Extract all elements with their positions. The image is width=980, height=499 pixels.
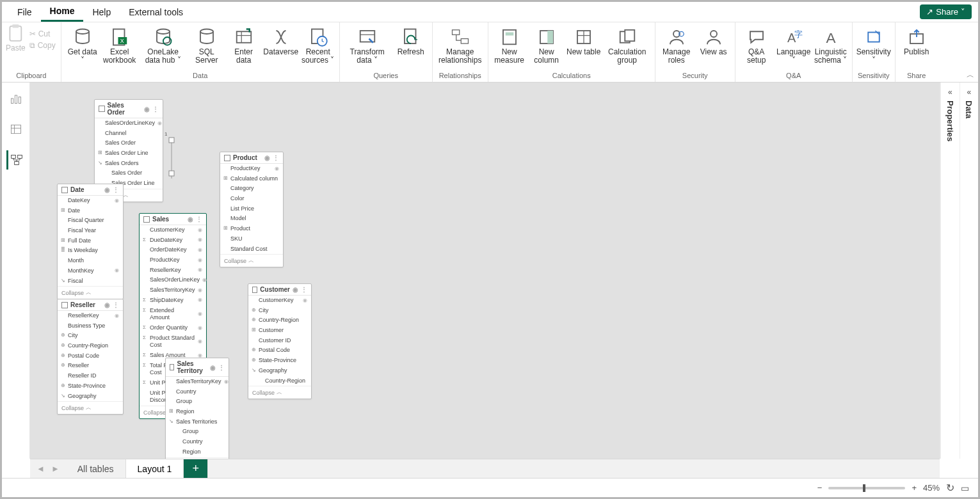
table-card-product[interactable]: Product◉⋮ProductKey◉⊞Calculated columnCa… xyxy=(220,152,284,267)
tab-next-button[interactable]: ► xyxy=(51,464,60,473)
table-field[interactable]: ⊕State-Province xyxy=(248,356,311,366)
sensitivity-button[interactable]: Sensitivity ˅ xyxy=(856,24,891,65)
table-field[interactable]: Sales Order xyxy=(95,138,163,148)
table-field[interactable]: Fiscal Year xyxy=(58,226,123,236)
zoom-slider[interactable] xyxy=(828,487,905,489)
table-field[interactable]: ⊕City xyxy=(248,306,311,316)
eye-icon[interactable]: ◉ xyxy=(104,301,110,308)
table-field[interactable]: ≣Is Weekday xyxy=(58,246,123,256)
more-icon[interactable]: ⋮ xyxy=(218,364,225,371)
table-header[interactable]: Reseller◉⋮ xyxy=(58,299,123,311)
menu-external-tools[interactable]: External tools xyxy=(120,3,192,21)
table-header[interactable]: Sales◉⋮ xyxy=(140,214,206,225)
table-field[interactable]: ΣProduct Standard Cost◉ xyxy=(140,333,206,351)
sql-server-button[interactable]: SQL Server xyxy=(189,24,224,65)
table-field[interactable]: ⊕Postal Code xyxy=(58,351,123,361)
manage-relationships-button[interactable]: Manage relationships xyxy=(437,24,484,65)
table-field[interactable]: Country xyxy=(166,387,229,397)
table-field[interactable]: ResellerKey◉ xyxy=(140,265,206,276)
table-field[interactable]: ΣDueDateKey◉ xyxy=(140,235,206,246)
fullscreen-button[interactable]: ▭ xyxy=(961,483,969,493)
table-field[interactable]: ↘Fiscal xyxy=(58,276,123,287)
data-view-button[interactable] xyxy=(6,120,26,139)
table-field[interactable]: ↘Geography xyxy=(58,392,123,402)
language-button[interactable]: A字Language ˅ xyxy=(776,24,811,65)
tab-add-button[interactable]: + xyxy=(184,459,208,478)
table-card-customer[interactable]: Customer◉⋮CustomerKey◉⊕City⊕Country-Regi… xyxy=(248,283,312,399)
table-field[interactable]: ↘Sales Territories xyxy=(166,417,229,427)
refresh-button[interactable]: Refresh xyxy=(394,24,428,56)
table-field[interactable]: Country-Region xyxy=(248,376,311,386)
table-field[interactable]: ↘Geography xyxy=(248,366,311,376)
excel-button[interactable]: XExcel workbook xyxy=(102,24,137,65)
table-field[interactable]: ΣShipDateKey◉ xyxy=(140,296,206,306)
table-header[interactable]: Date◉⋮ xyxy=(58,184,123,196)
collapse-button[interactable]: Collapse ︿ xyxy=(248,386,311,399)
table-field[interactable]: Group xyxy=(166,397,229,407)
table-field[interactable]: ΣOrder Quantity◉ xyxy=(140,323,206,333)
tab-prev-button[interactable]: ◄ xyxy=(36,464,45,473)
calculation-group-button[interactable]: Calculation group xyxy=(604,24,651,65)
eye-icon[interactable]: ◉ xyxy=(144,106,150,113)
table-card-reseller[interactable]: Reseller◉⋮ResellerKey◉Business Type⊕City… xyxy=(57,299,124,415)
table-field[interactable]: List Price xyxy=(220,204,283,214)
linguistic-schema-button[interactable]: ALinguistic schema ˅ xyxy=(814,24,848,65)
table-field[interactable]: ⊞Date xyxy=(58,206,123,216)
share-button[interactable]: ↗ Share ˅ xyxy=(920,4,972,19)
more-icon[interactable]: ⋮ xyxy=(152,106,159,113)
table-field[interactable]: Sales Order xyxy=(95,168,163,178)
table-field[interactable]: ⊞Region xyxy=(166,407,229,417)
table-field[interactable]: SalesTerritoryKey◉ xyxy=(140,285,206,296)
table-field[interactable]: Region xyxy=(166,447,229,457)
table-field[interactable]: Channel xyxy=(95,129,163,139)
table-header[interactable]: Product◉⋮ xyxy=(220,152,283,164)
table-field[interactable]: ProductKey◉ xyxy=(140,255,206,265)
table-header[interactable]: Sales Order◉⋮ xyxy=(95,100,163,118)
table-field[interactable]: ↘Sales Orders xyxy=(95,159,163,169)
table-field[interactable]: CustomerKey◉ xyxy=(248,296,311,306)
fit-to-page-button[interactable]: ↻ xyxy=(946,482,954,494)
table-field[interactable]: ΣExtended Amount◉ xyxy=(140,306,206,323)
table-field[interactable]: ResellerKey◉ xyxy=(58,311,123,321)
table-field[interactable]: ⊞Customer xyxy=(248,326,311,336)
paste-button[interactable]: Paste xyxy=(6,24,26,52)
more-icon[interactable]: ⋮ xyxy=(113,301,119,308)
table-field[interactable]: DateKey◉ xyxy=(58,196,123,206)
new-table-button[interactable]: New table xyxy=(566,24,601,56)
table-header[interactable]: Customer◉⋮ xyxy=(248,284,311,296)
model-canvas[interactable]: 1 * 1* 1* *1 *1 *1 Sales Order◉⋮SalesOrd… xyxy=(30,83,940,459)
table-field[interactable]: Month xyxy=(58,256,123,266)
recent-sources-button[interactable]: Recent sources ˅ xyxy=(301,24,335,65)
eye-icon[interactable]: ◉ xyxy=(188,216,193,223)
table-field[interactable]: ⊕City xyxy=(58,331,123,341)
table-field[interactable]: Country xyxy=(166,437,229,447)
table-field[interactable]: ⊕State-Province xyxy=(58,381,123,392)
publish-button[interactable]: Publish xyxy=(899,24,934,56)
table-field[interactable]: SalesTerritoryKey◉ xyxy=(166,377,229,387)
table-field[interactable]: SKU xyxy=(220,234,283,244)
table-field[interactable]: SalesOrderLineKey◉ xyxy=(95,118,163,129)
table-field[interactable]: Group xyxy=(166,427,229,437)
properties-pane-toggle[interactable]: « Properties xyxy=(940,83,960,459)
table-field[interactable]: Color xyxy=(220,194,283,204)
table-field[interactable]: ⊞Full Date xyxy=(58,236,123,246)
manage-roles-button[interactable]: Manage roles xyxy=(659,24,694,65)
collapse-button[interactable]: Collapse ︿ xyxy=(58,286,123,299)
qna-setup-button[interactable]: Q&A setup xyxy=(739,24,774,65)
table-field[interactable]: ⊞Product xyxy=(220,224,283,234)
eye-icon[interactable]: ◉ xyxy=(264,154,270,161)
enter-data-button[interactable]: Enter data xyxy=(227,24,261,65)
view-as-button[interactable]: View as xyxy=(696,24,731,56)
copy-button[interactable]: ⧉Copy xyxy=(28,40,57,51)
table-field[interactable]: ProductKey◉ xyxy=(220,164,283,174)
menu-help[interactable]: Help xyxy=(83,3,120,21)
table-field[interactable]: CustomerKey◉ xyxy=(140,225,206,235)
cut-button[interactable]: ✂Cut xyxy=(28,29,57,39)
more-icon[interactable]: ⋮ xyxy=(196,216,202,223)
table-field[interactable]: Standard Cost xyxy=(220,244,283,255)
table-field[interactable]: Reseller ID xyxy=(58,371,123,381)
more-icon[interactable]: ⋮ xyxy=(301,286,307,293)
collapse-button[interactable]: Collapse ︿ xyxy=(220,254,283,267)
tab-all-tables[interactable]: All tables xyxy=(66,459,126,478)
menu-home[interactable]: Home xyxy=(41,2,84,22)
